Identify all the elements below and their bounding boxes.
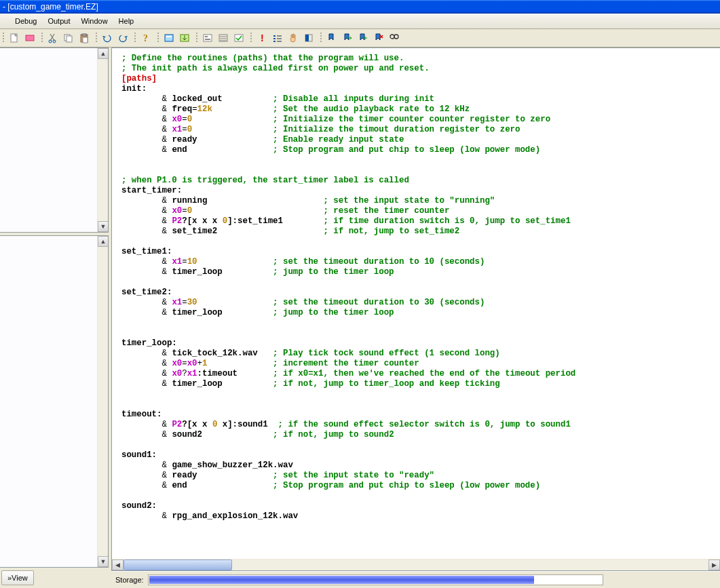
svg-rect-8 xyxy=(83,37,88,43)
svg-rect-14 xyxy=(205,36,208,37)
svg-text:!: ! xyxy=(261,33,264,43)
svg-rect-22 xyxy=(277,35,282,37)
svg-rect-1 xyxy=(26,35,34,41)
svg-rect-5 xyxy=(67,36,72,42)
scroll-up-icon[interactable]: ▲ xyxy=(98,48,109,59)
vertical-scrollbar[interactable]: ▲ ▼ xyxy=(97,48,108,232)
svg-rect-11 xyxy=(166,36,172,37)
step-icon[interactable] xyxy=(269,31,285,45)
cut-icon[interactable] xyxy=(45,31,60,45)
toolbar-grip-icon[interactable] xyxy=(94,31,98,45)
svg-rect-15 xyxy=(205,39,210,40)
bookmark-prev-icon[interactable] xyxy=(355,31,371,45)
toolbar-grip-icon[interactable] xyxy=(195,31,199,45)
app-window: - [custom_game_timer.EZ] Debug Output Wi… xyxy=(0,0,720,588)
toolbar-grip-icon[interactable] xyxy=(40,31,44,45)
help-icon[interactable]: ? xyxy=(138,31,153,45)
scroll-thumb[interactable] xyxy=(124,560,232,570)
compile-icon[interactable] xyxy=(161,31,176,45)
window-title: - [custom_game_timer.EZ] xyxy=(3,2,98,12)
scroll-track[interactable] xyxy=(98,247,108,556)
svg-rect-21 xyxy=(273,41,276,42)
toolbar-grip-icon[interactable] xyxy=(319,31,323,45)
scroll-track[interactable] xyxy=(124,560,708,570)
vertical-scrollbar[interactable]: ▲ ▼ xyxy=(97,236,108,567)
svg-rect-13 xyxy=(204,35,212,41)
menu-window[interactable]: Window xyxy=(75,14,113,28)
download-icon[interactable] xyxy=(176,31,192,45)
left-footer: »View xyxy=(0,568,109,588)
tool-box1-icon[interactable] xyxy=(200,31,215,45)
svg-rect-7 xyxy=(82,34,86,36)
svg-point-27 xyxy=(390,35,394,39)
svg-point-28 xyxy=(394,35,398,39)
scroll-down-icon[interactable]: ▼ xyxy=(98,221,109,232)
menu-output[interactable]: Output xyxy=(42,14,75,28)
svg-rect-10 xyxy=(165,35,173,41)
redo-icon[interactable] xyxy=(115,31,130,45)
tool-box3-icon[interactable] xyxy=(231,31,246,45)
toolbar-grip-icon[interactable] xyxy=(133,31,137,45)
toolbar-grip-icon[interactable] xyxy=(249,31,253,45)
storage-progress-fill xyxy=(149,576,534,584)
symbol-tree[interactable]: ▲ ▼ xyxy=(0,235,109,568)
menubar: Debug Output Window Help xyxy=(0,14,720,29)
scroll-up-icon[interactable]: ▲ xyxy=(98,236,109,247)
view-button[interactable]: »View xyxy=(1,570,34,585)
toolbar-grip-icon[interactable] xyxy=(1,31,5,45)
left-panel: ▲ ▼ ▲ ▼ »View xyxy=(0,47,109,588)
menu-debug[interactable]: Debug xyxy=(10,14,42,28)
toolbar: ? ! xyxy=(0,29,720,47)
bookmark-clear-icon[interactable] xyxy=(371,31,386,45)
svg-rect-24 xyxy=(277,41,282,42)
editor-panel: ; Define the routines (paths) that the p… xyxy=(111,47,720,588)
svg-text:?: ? xyxy=(143,33,148,43)
menu-help[interactable]: Help xyxy=(113,14,140,28)
copy-icon[interactable] xyxy=(60,31,76,45)
breakpoint-icon[interactable]: ! xyxy=(254,31,269,45)
bookmark-next-icon[interactable] xyxy=(339,31,355,45)
horizontal-scrollbar[interactable]: ◀ ▶ xyxy=(112,559,720,570)
new-file-icon[interactable] xyxy=(6,31,22,45)
toggle-icon[interactable] xyxy=(301,31,316,45)
paste-icon[interactable] xyxy=(76,31,92,45)
storage-progress xyxy=(148,574,603,585)
bookmark-toggle-icon[interactable] xyxy=(324,31,339,45)
undo-icon[interactable] xyxy=(99,31,115,45)
pink-icon[interactable] xyxy=(22,31,37,45)
code-editor[interactable]: ; Define the routines (paths) that the p… xyxy=(112,48,720,559)
statusbar: Storage: xyxy=(111,571,720,588)
main-area: ▲ ▼ ▲ ▼ »View ; Define the routine xyxy=(0,47,720,588)
find-icon[interactable] xyxy=(386,31,402,45)
svg-rect-19 xyxy=(273,35,276,37)
project-tree[interactable]: ▲ ▼ xyxy=(0,47,109,233)
scroll-left-icon[interactable]: ◀ xyxy=(112,560,124,570)
hand-icon[interactable] xyxy=(285,31,301,45)
storage-label: Storage: xyxy=(115,576,144,584)
svg-rect-20 xyxy=(273,38,276,39)
editor-wrap: ; Define the routines (paths) that the p… xyxy=(111,47,720,571)
scroll-right-icon[interactable]: ▶ xyxy=(708,560,720,570)
svg-rect-26 xyxy=(305,35,309,41)
scroll-track[interactable] xyxy=(98,59,108,221)
svg-rect-17 xyxy=(235,35,243,41)
toolbar-grip-icon[interactable] xyxy=(156,31,160,45)
tool-box2-icon[interactable] xyxy=(215,31,231,45)
scroll-down-icon[interactable]: ▼ xyxy=(98,556,109,567)
titlebar: - [custom_game_timer.EZ] xyxy=(0,0,720,14)
svg-rect-23 xyxy=(277,38,282,39)
